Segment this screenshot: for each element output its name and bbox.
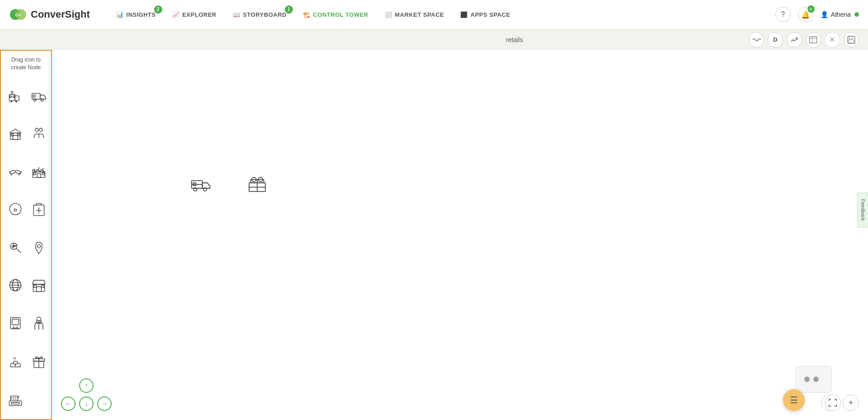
svg-rect-52 <box>34 285 36 287</box>
factory-icon-item[interactable] <box>28 153 50 189</box>
handshake-icon-item[interactable] <box>5 153 26 189</box>
trend-button[interactable] <box>787 32 802 48</box>
location-pin-icon-item[interactable] <box>28 229 50 265</box>
mini-map-content <box>798 368 830 391</box>
svg-rect-15 <box>9 95 11 97</box>
main-nav: 📊 INSIGHTS 2 📈 EXPLORER 📖 STORYBOARD 1 🏗… <box>108 0 775 29</box>
discount-icon-item[interactable]: % <box>5 343 26 379</box>
d-button[interactable]: D <box>768 32 783 48</box>
svg-text:%: % <box>13 356 16 360</box>
svg-line-41 <box>16 248 21 253</box>
help-button[interactable]: ? <box>775 7 791 22</box>
insights-icon: 📊 <box>116 11 124 18</box>
nav-item-storyboard[interactable]: 📖 STORYBOARD 1 <box>225 0 295 29</box>
nav-item-control-tower[interactable]: 🏗️ CONTROL TOWER <box>295 0 377 29</box>
svg-rect-16 <box>13 95 15 97</box>
svg-rect-8 <box>849 40 854 43</box>
supplier-icon-item[interactable] <box>5 77 26 113</box>
warehouse-icon-item[interactable] <box>5 115 26 151</box>
canvas-area[interactable]: ↑ ← ↓ → − + ☰ <box>52 50 868 420</box>
svg-text:CS: CS <box>15 13 21 17</box>
save-button[interactable] <box>844 32 859 48</box>
pan-up-button[interactable]: ↑ <box>79 378 94 393</box>
save-icon <box>847 36 855 44</box>
svg-rect-22 <box>13 135 18 139</box>
insights-label: INSIGHTS <box>126 11 156 18</box>
globe-icon-item[interactable] <box>5 267 26 303</box>
svg-point-26 <box>39 128 42 131</box>
fullscreen-icon[interactable] <box>825 395 841 411</box>
storyboard-badge: 1 <box>285 5 293 14</box>
analytics-icon-item[interactable] <box>5 229 26 265</box>
svg-point-13 <box>10 100 12 102</box>
svg-rect-55 <box>12 319 19 325</box>
svg-rect-3 <box>810 37 817 43</box>
retail-store-icon-item[interactable] <box>28 267 50 303</box>
pan-down-button[interactable]: ↓ <box>79 396 94 411</box>
nav-item-market-space[interactable]: ⬜ MARKET SPACE <box>377 0 453 29</box>
nav-item-explorer[interactable]: 📈 EXPLORER <box>164 0 225 29</box>
storyboard-icon: 📖 <box>233 11 241 18</box>
svg-rect-51 <box>37 286 42 291</box>
cash-register-icon-item[interactable] <box>5 381 26 417</box>
nav-item-apps-space[interactable]: ⬛ APPS SPACE <box>452 0 518 29</box>
fullscreen-button[interactable] <box>825 395 841 411</box>
svg-rect-23 <box>11 134 14 136</box>
svg-rect-69 <box>10 396 18 401</box>
user-online-dot <box>854 12 859 17</box>
svg-rect-77 <box>11 402 19 404</box>
top-nav: CS ConverSight 📊 INSIGHTS 2 📈 EXPLORER 📖… <box>0 0 868 29</box>
notification-button[interactable]: 🔔 6 <box>798 7 813 22</box>
svg-rect-53 <box>41 285 43 287</box>
subtitle-title: retails <box>506 36 523 43</box>
user-menu[interactable]: 👤 Athena <box>821 11 859 18</box>
svg-rect-31 <box>42 172 44 175</box>
svg-point-89 <box>804 377 810 382</box>
user-name: Athena <box>831 11 851 18</box>
feedback-tab[interactable]: Feedback <box>857 192 868 228</box>
medical-box-icon-item[interactable] <box>28 191 50 227</box>
workers-icon-item[interactable] <box>28 115 50 151</box>
logo-area[interactable]: CS ConverSight <box>9 5 90 24</box>
nav-item-insights[interactable]: 📊 INSIGHTS 2 <box>108 0 164 29</box>
bottom-controls: ↑ ← ↓ → <box>61 378 112 411</box>
table-button[interactable] <box>806 32 821 48</box>
fab-menu-button[interactable]: ☰ <box>783 389 805 411</box>
icons-grid: D <box>1 75 51 419</box>
fab-icon[interactable]: ☰ <box>783 389 805 411</box>
pan-right-button[interactable]: → <box>97 396 112 411</box>
subtitle-bar: retails D ✕ <box>0 29 868 50</box>
svg-rect-29 <box>37 173 40 177</box>
mini-map[interactable] <box>796 366 832 393</box>
svg-point-90 <box>813 377 819 382</box>
gift-box-icon-item[interactable] <box>28 343 50 379</box>
svg-rect-10 <box>15 95 19 100</box>
market-space-label: MARKET SPACE <box>395 11 444 18</box>
wave-button[interactable] <box>749 32 764 48</box>
dealer-icon-item[interactable]: D <box>5 191 26 227</box>
apps-space-label: APPS SPACE <box>471 11 510 18</box>
control-tower-label: CONTROL TOWER <box>313 11 368 18</box>
group-node[interactable] <box>246 172 268 194</box>
apps-space-icon: ⬛ <box>460 11 468 18</box>
nav-right: ? 🔔 6 👤 Athena <box>775 7 859 22</box>
delivery-truck-icon-item[interactable] <box>28 77 50 113</box>
svg-point-14 <box>15 100 17 102</box>
left-panel: Drag icon to create Node <box>0 50 52 420</box>
close-button[interactable]: ✕ <box>825 32 840 48</box>
insights-badge: 2 <box>154 5 162 14</box>
zoom-in-button[interactable]: + <box>843 395 859 411</box>
truck-node[interactable] <box>190 172 212 194</box>
pan-left-button[interactable]: ← <box>61 396 75 411</box>
trend-icon <box>790 36 798 43</box>
explorer-label: EXPLORER <box>182 11 217 18</box>
notification-badge: 6 <box>807 5 815 13</box>
svg-rect-20 <box>33 95 35 97</box>
worker-icon-item[interactable] <box>28 305 50 341</box>
market-space-icon: ⬜ <box>385 11 392 18</box>
kiosk-icon-item[interactable] <box>5 305 26 341</box>
logo-text: ConverSight <box>31 9 90 20</box>
explorer-icon: 📈 <box>172 11 180 18</box>
svg-point-44 <box>37 244 40 248</box>
svg-point-25 <box>35 128 38 131</box>
